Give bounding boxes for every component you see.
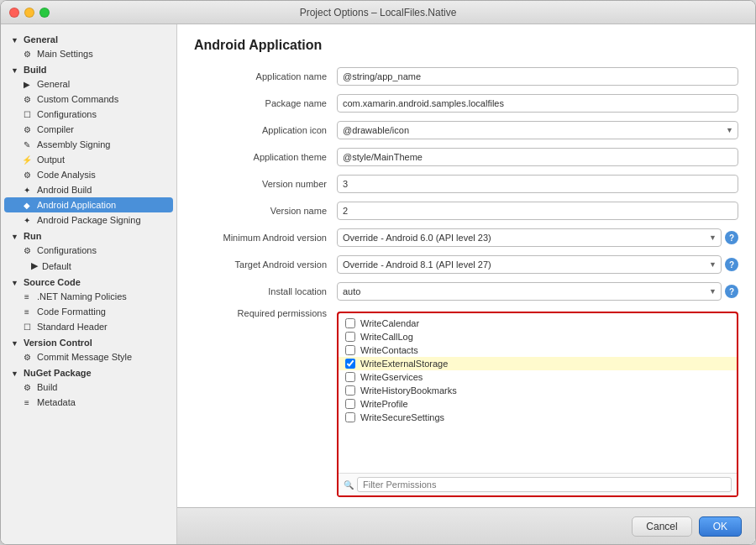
android-app-icon: ◆ bbox=[21, 201, 33, 210]
permission-write-contacts: WriteContacts bbox=[339, 343, 737, 357]
min-android-version-help[interactable]: ? bbox=[725, 231, 738, 244]
install-location-label: Install location bbox=[194, 286, 337, 296]
sidebar-item-compiler[interactable]: ⚙ Compiler bbox=[1, 122, 176, 137]
permission-write-calendar-checkbox[interactable] bbox=[345, 318, 355, 328]
main-panel: Android Application Application name Pac… bbox=[177, 24, 755, 544]
traffic-lights bbox=[9, 8, 50, 18]
target-android-version-help[interactable]: ? bbox=[725, 258, 738, 271]
sidebar-item-build-general[interactable]: ▶ General bbox=[1, 76, 176, 92]
permission-write-profile-checkbox[interactable] bbox=[345, 399, 355, 409]
sidebar-item-standard-header-label: Standard Header bbox=[37, 322, 108, 332]
sidebar-item-android-build[interactable]: ✦ Android Build bbox=[1, 182, 176, 197]
sidebar-item-android-package-signing[interactable]: ✦ Android Package Signing bbox=[1, 212, 176, 228]
sidebar-item-standard-header[interactable]: ☐ Standard Header bbox=[1, 319, 176, 334]
permission-write-calendar-label: WriteCalendar bbox=[360, 318, 419, 328]
sidebar-item-assembly-signing[interactable]: ✎ Assembly Signing bbox=[1, 137, 176, 152]
version-name-input[interactable] bbox=[337, 202, 738, 220]
sidebar-item-nuget-metadata-label: Metadata bbox=[37, 397, 76, 407]
permission-write-call-log-checkbox[interactable] bbox=[345, 332, 355, 342]
application-name-input[interactable] bbox=[337, 67, 738, 86]
permission-write-gservices-checkbox[interactable] bbox=[345, 372, 355, 382]
sidebar-item-run-default[interactable]: ▶ Default bbox=[1, 258, 176, 274]
net-naming-icon: ≡ bbox=[21, 292, 33, 301]
sidebar-item-custom-commands[interactable]: ⚙ Custom Commands bbox=[1, 92, 176, 107]
sidebar-item-code-analysis[interactable]: ⚙ Code Analysis bbox=[1, 167, 176, 182]
application-theme-input[interactable] bbox=[337, 148, 738, 166]
compiler-icon: ⚙ bbox=[21, 125, 33, 134]
permissions-filter-input[interactable] bbox=[357, 477, 732, 492]
permissions-list: WriteCalendar WriteCallLog WriteContacts bbox=[339, 313, 737, 473]
application-icon-select[interactable]: @drawable/icon bbox=[337, 121, 738, 139]
android-build-icon: ✦ bbox=[21, 186, 33, 195]
permission-write-external-storage-checkbox[interactable] bbox=[345, 359, 355, 369]
sidebar-section-build-label: Build bbox=[24, 65, 47, 75]
package-name-input[interactable] bbox=[337, 94, 738, 113]
permissions-container: WriteCalendar WriteCallLog WriteContacts bbox=[337, 308, 738, 497]
version-number-control bbox=[337, 175, 738, 193]
sidebar-item-output-label: Output bbox=[37, 155, 65, 165]
version-name-control bbox=[337, 202, 738, 220]
panel-title: Android Application bbox=[194, 38, 738, 53]
content-area: ▼ General ⚙ Main Settings ▼ Build ▶ Gene… bbox=[1, 24, 755, 544]
sidebar-item-run-configurations-label: Configurations bbox=[37, 245, 97, 255]
sidebar-item-nuget-build-label: Build bbox=[37, 382, 57, 392]
sidebar-item-main-settings[interactable]: ⚙ Main Settings bbox=[1, 46, 176, 61]
permission-write-history-bookmarks-checkbox[interactable] bbox=[345, 385, 355, 396]
min-android-version-label: Minimum Android version bbox=[194, 233, 337, 243]
application-name-row: Application name bbox=[194, 66, 738, 86]
sidebar-section-build[interactable]: ▼ Build bbox=[1, 61, 176, 76]
main-content: Android Application Application name Pac… bbox=[177, 24, 755, 507]
sidebar-section-version-control[interactable]: ▼ Version Control bbox=[1, 334, 176, 349]
target-android-version-label: Target Android version bbox=[194, 259, 337, 270]
permission-write-gservices: WriteGservices bbox=[339, 370, 737, 384]
sidebar-section-source-code[interactable]: ▼ Source Code bbox=[1, 274, 176, 289]
sidebar-section-general[interactable]: ▼ General bbox=[1, 31, 176, 46]
main-window: Project Options – LocalFiles.Native ▼ Ge… bbox=[0, 0, 756, 545]
sidebar-item-code-analysis-label: Code Analysis bbox=[37, 170, 96, 180]
sidebar-item-compiler-label: Compiler bbox=[37, 124, 74, 134]
sidebar-item-net-naming-label: .NET Naming Policies bbox=[37, 291, 127, 301]
sidebar-item-code-formatting[interactable]: ≡ Code Formatting bbox=[1, 304, 176, 319]
install-location-select-wrapper: auto ▼ bbox=[337, 282, 722, 301]
application-icon-control: @drawable/icon ▼ bbox=[337, 121, 738, 139]
sidebar-item-output[interactable]: ⚡ Output bbox=[1, 152, 176, 167]
minimize-button[interactable] bbox=[24, 8, 34, 18]
version-name-label: Version name bbox=[194, 206, 337, 216]
configurations-icon: ☐ bbox=[21, 110, 33, 119]
version-number-input[interactable] bbox=[337, 175, 738, 193]
sidebar-item-android-application-label: Android Application bbox=[37, 200, 116, 210]
settings-icon: ⚙ bbox=[21, 50, 33, 59]
install-location-select[interactable]: auto bbox=[337, 282, 722, 301]
sidebar: ▼ General ⚙ Main Settings ▼ Build ▶ Gene… bbox=[1, 24, 177, 544]
sidebar-item-commit-message[interactable]: ⚙ Commit Message Style bbox=[1, 349, 176, 364]
sidebar-item-configurations-label: Configurations bbox=[37, 109, 97, 119]
version-number-row: Version number bbox=[194, 174, 738, 194]
sidebar-item-main-settings-label: Main Settings bbox=[37, 49, 93, 59]
sidebar-item-configurations[interactable]: ☐ Configurations bbox=[1, 107, 176, 122]
permission-write-history-bookmarks-label: WriteHistoryBookmarks bbox=[360, 385, 457, 396]
sidebar-item-custom-commands-label: Custom Commands bbox=[37, 94, 118, 104]
target-android-version-select[interactable]: Override - Android 8.1 (API level 27) bbox=[337, 255, 722, 274]
permission-write-secure-settings-checkbox[interactable] bbox=[345, 412, 355, 422]
min-android-version-select[interactable]: Override - Android 6.0 (API level 23) bbox=[337, 228, 722, 247]
sidebar-section-nuget[interactable]: ▼ NuGet Package bbox=[1, 364, 176, 380]
install-location-help[interactable]: ? bbox=[725, 285, 738, 298]
permission-write-external-storage: WriteExternalStorage bbox=[339, 357, 737, 370]
cancel-button[interactable]: Cancel bbox=[632, 516, 691, 537]
close-button[interactable] bbox=[9, 8, 19, 18]
package-name-row: Package name bbox=[194, 93, 738, 113]
sidebar-item-nuget-metadata[interactable]: ≡ Metadata bbox=[1, 395, 176, 410]
application-icon-select-wrapper: @drawable/icon ▼ bbox=[337, 121, 738, 139]
permissions-label: Required permissions bbox=[194, 308, 337, 318]
sidebar-section-run[interactable]: ▼ Run bbox=[1, 228, 176, 243]
sidebar-item-android-application[interactable]: ◆ Android Application bbox=[4, 197, 173, 212]
sidebar-item-net-naming[interactable]: ≡ .NET Naming Policies bbox=[1, 289, 176, 304]
sidebar-section-source-code-label: Source Code bbox=[24, 277, 81, 287]
permission-write-contacts-checkbox[interactable] bbox=[345, 345, 355, 355]
sidebar-item-nuget-build[interactable]: ⚙ Build bbox=[1, 380, 176, 395]
permissions-row: Required permissions WriteCalendar W bbox=[194, 308, 738, 497]
sidebar-item-run-configurations[interactable]: ⚙ Configurations bbox=[1, 243, 176, 258]
permission-write-profile: WriteProfile bbox=[339, 397, 737, 411]
maximize-button[interactable] bbox=[39, 8, 50, 18]
ok-button[interactable]: OK bbox=[699, 516, 742, 537]
